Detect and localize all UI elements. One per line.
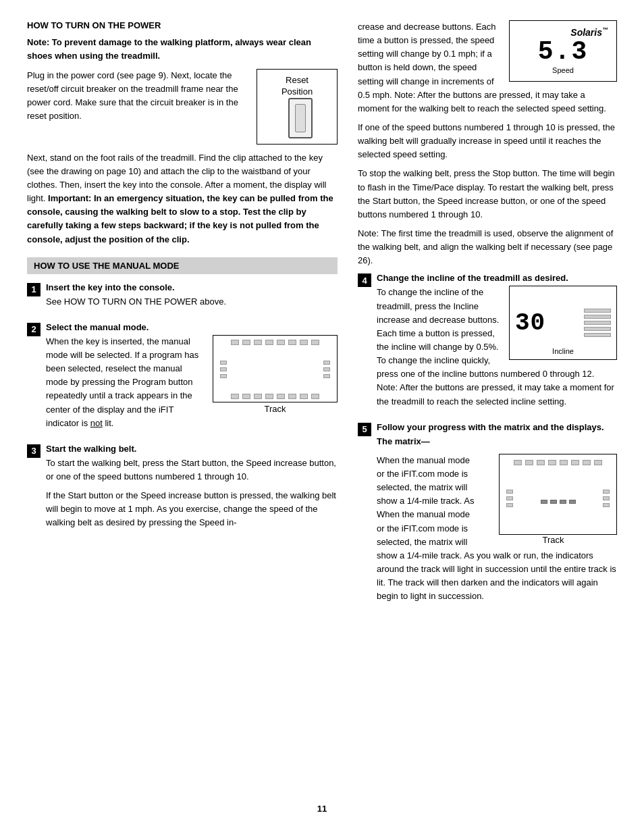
step2-num: 2	[27, 323, 41, 336]
manual-mode-header: HOW TO USE THE MANUAL MODE	[27, 257, 338, 274]
track-dot	[265, 340, 273, 345]
track-top-dots	[220, 340, 330, 345]
step4-content: Change the incline of the treadmill as d…	[377, 273, 617, 413]
track-dot	[231, 394, 239, 399]
solaris-num: 5.3	[518, 39, 608, 65]
step1-num: 1	[27, 283, 41, 296]
track-right-left-dots	[506, 490, 513, 507]
reset-icon	[288, 98, 313, 138]
track-center-dot	[541, 500, 547, 504]
track-dot	[254, 340, 262, 345]
step3-para2: If the Start button or the Speed increas…	[46, 489, 338, 529]
track-dot	[560, 460, 568, 465]
track-dot	[242, 340, 250, 345]
track-dot	[288, 394, 296, 399]
track-dot	[594, 460, 602, 465]
solaris-title: Solaris™	[518, 26, 608, 38]
incline-display: 30 Incline	[509, 286, 617, 360]
track-bottom-dots	[220, 394, 330, 399]
track-dot	[277, 394, 285, 399]
track-dot	[537, 460, 545, 465]
track-side-dot	[603, 503, 610, 507]
track-dot	[525, 460, 533, 465]
incline-num: 30	[515, 309, 545, 337]
bold-note: Note: To prevent damage to the walking p…	[27, 36, 338, 62]
incline-bars	[584, 309, 611, 337]
speed-section: Solaris™ 5.3 Speed crease and decrease b…	[358, 20, 617, 121]
track-dot	[242, 394, 250, 399]
step3-num: 3	[27, 444, 41, 458]
track-dot	[311, 394, 319, 399]
step3-para1: To start the walking belt, press the Sta…	[46, 457, 338, 484]
step2-text: When the key is inserted, the manual mod…	[46, 335, 205, 430]
step2-title: Select the manual mode.	[46, 322, 338, 332]
incline-bar	[584, 309, 611, 313]
step5-body: Track When the manual mode or the iFIT.c…	[377, 454, 617, 609]
track-right-dots	[323, 361, 330, 378]
solaris-display: Solaris™ 5.3 Speed	[509, 20, 617, 82]
step1-text: See HOW TO TURN ON THE POWER above.	[46, 295, 338, 309]
track-center-dot	[550, 500, 557, 504]
track-side-dot	[323, 374, 330, 378]
page: HOW TO TURN ON THE POWER Note: To preven…	[0, 0, 644, 834]
right-column: Solaris™ 5.3 Speed crease and decrease b…	[358, 20, 617, 790]
track-display-step2	[213, 335, 338, 402]
track-right-top-dots	[506, 460, 610, 465]
track-dot	[300, 340, 308, 345]
step4-body: 30 Incline To change the inclin	[377, 286, 617, 413]
track-display-step2-wrap: Track	[213, 335, 338, 414]
incline-label: Incline	[510, 347, 616, 355]
para-stop: To stop the walking belt, press the Stop…	[358, 167, 617, 221]
para-align: Note: The first time the treadmill is us…	[358, 227, 617, 267]
reset-label: Reset Position	[281, 75, 313, 98]
track-dot	[277, 340, 285, 345]
reset-box: Reset Position	[257, 69, 338, 145]
para1: Plug in the power cord (see page 9). Nex…	[27, 69, 246, 124]
solaris-speed-label: Speed	[518, 66, 608, 74]
step5: 5 Follow your progress with the matrix a…	[358, 422, 617, 609]
step4-title: Change the incline of the treadmill as d…	[377, 273, 617, 283]
track-dot	[288, 340, 296, 345]
track-dot	[254, 394, 262, 399]
track-side-dot	[323, 367, 330, 371]
step5-content: Follow your progress with the matrix and…	[377, 422, 617, 609]
track-dot	[300, 394, 308, 399]
track-side-dot	[323, 361, 330, 365]
track-right-center	[513, 493, 603, 504]
step3-title: Start the walking belt.	[46, 444, 338, 454]
matrix-subtitle: The matrix—	[377, 436, 430, 446]
para2: Next, stand on the foot rails of the tre…	[27, 151, 338, 246]
step4-num: 4	[358, 273, 371, 287]
track-dot	[514, 460, 522, 465]
step3: 3 Start the walking belt. To start the w…	[27, 444, 338, 536]
track-side-dot	[506, 496, 513, 500]
section1-title: HOW TO TURN ON THE POWER	[27, 20, 338, 30]
track-right-right-dots	[603, 490, 610, 507]
track-dot	[571, 460, 579, 465]
step2-inline: When the key is inserted, the manual mod…	[46, 335, 338, 436]
track-side-dot	[506, 490, 513, 494]
track-dot	[311, 340, 319, 345]
track-side-dot	[603, 496, 610, 500]
left-column: HOW TO TURN ON THE POWER Note: To preven…	[27, 20, 338, 790]
step1: 1 Insert the key into the console. See H…	[27, 282, 338, 314]
track-side-dot	[220, 374, 227, 378]
incline-bar	[584, 315, 611, 319]
track-side-dot	[506, 503, 513, 507]
track-side-dot	[220, 361, 227, 365]
track-side-dot	[220, 367, 227, 371]
incline-bar	[584, 327, 611, 331]
page-number: 11	[27, 804, 617, 814]
incline-num-wrap: 30	[515, 309, 545, 337]
track-sides	[220, 345, 330, 394]
step1-content: Insert the key into the console. See HOW…	[46, 282, 338, 314]
incline-bar	[584, 333, 611, 337]
track-dot	[548, 460, 556, 465]
track-center-dot	[560, 500, 566, 504]
reset-section: Plug in the power cord (see page 9). Nex…	[27, 69, 338, 145]
reset-para: Plug in the power cord (see page 9). Nex…	[27, 69, 246, 129]
track-dot	[583, 460, 591, 465]
track-right-sides	[506, 465, 610, 531]
step4: 4 Change the incline of the treadmill as…	[358, 273, 617, 413]
track-side-dot	[603, 490, 610, 494]
